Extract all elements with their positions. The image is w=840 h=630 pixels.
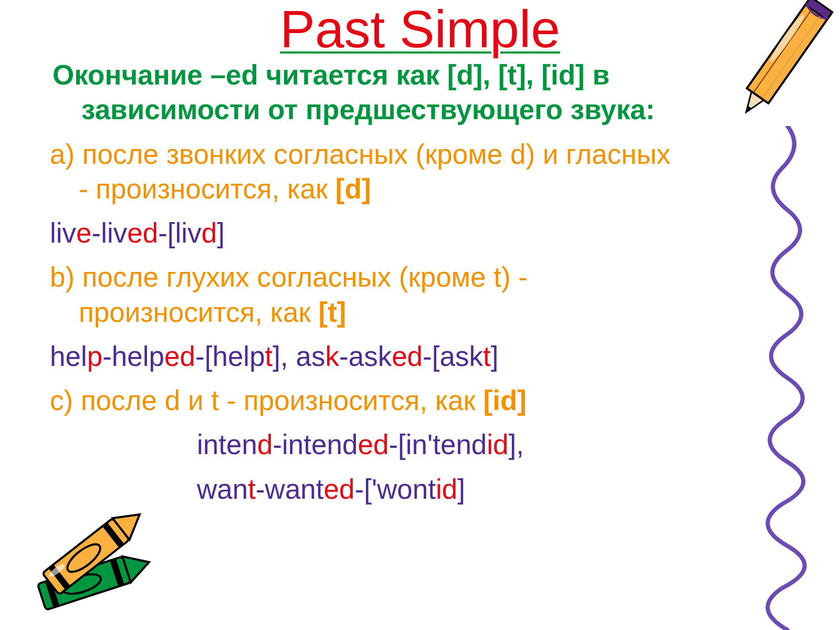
crayons-icon [32,488,168,614]
rule-c: c) после d и t - произносится, как [id] [50,383,790,418]
slide-content: Past Simple Окончание –ed читается как [… [0,0,840,507]
example-b: help-helped-[helpt], ask-asked-[askt] [50,339,790,374]
slide-title: Past Simple [50,0,790,58]
example-c1: intend-intended-[in'tendid], [50,427,790,462]
rule-a: a) после звонких согласных (кроме d) и г… [50,137,790,207]
intro-text: Окончание –ed читается как [d], [t], [id… [50,58,790,128]
example-a: live-lived-[livd] [50,216,790,250]
rule-b: b) после глухих согласных (кроме t) - пр… [50,260,790,330]
